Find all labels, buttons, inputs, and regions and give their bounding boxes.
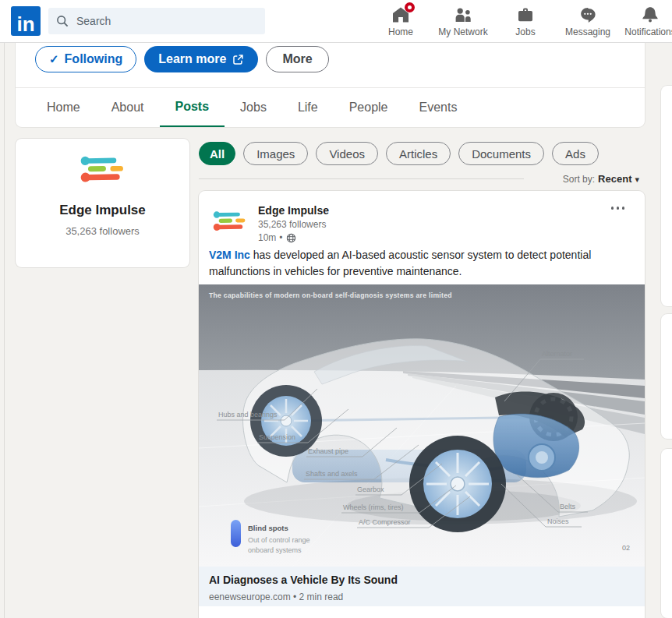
label-noises: Noises bbox=[547, 517, 569, 525]
post-author-name[interactable]: Edge Impulse bbox=[258, 204, 329, 217]
global-search[interactable] bbox=[48, 8, 265, 34]
following-label: Following bbox=[65, 52, 123, 66]
image-page-number: 02 bbox=[622, 544, 630, 552]
article-link-card[interactable]: AI Diagnoses a Vehicle By Its Sound eene… bbox=[199, 567, 645, 606]
label-gearbox: Gearbox bbox=[357, 486, 384, 493]
label-exhaust-pipe: Exhaust pipe bbox=[308, 447, 348, 455]
external-link-icon bbox=[232, 54, 244, 65]
linkedin-logo-text: in bbox=[16, 14, 34, 34]
nav-label: Jobs bbox=[515, 26, 535, 37]
nav-items: Home My Network Jobs bbox=[370, 0, 672, 42]
filter-videos[interactable]: Videos bbox=[316, 142, 378, 165]
sort-by-control[interactable]: Sort by: Recent ▾ bbox=[563, 173, 639, 185]
following-button[interactable]: ✓ Following bbox=[35, 46, 136, 72]
post-company-link[interactable]: V2M Inc bbox=[209, 249, 250, 261]
nav-label: My Network bbox=[438, 26, 487, 37]
nav-item-messaging[interactable]: Messaging bbox=[557, 0, 619, 42]
sort-by-value: Recent bbox=[598, 173, 631, 185]
image-caption: The capabilities of modern on-board self… bbox=[209, 291, 452, 299]
filter-articles[interactable]: Articles bbox=[386, 142, 451, 165]
post-timestamp: 10m • bbox=[258, 232, 329, 243]
sort-caret-icon: ▾ bbox=[635, 175, 639, 185]
post-author-followers: 35,263 followers bbox=[258, 219, 329, 230]
post-options-menu-icon[interactable] bbox=[607, 202, 630, 214]
right-rail-card-1 bbox=[661, 86, 672, 306]
tab-home[interactable]: Home bbox=[31, 88, 96, 127]
label-alternator: Alternator bbox=[542, 350, 572, 358]
label-belts: Belts bbox=[560, 503, 576, 510]
post-text-body: has developed an AI-based acoustic senso… bbox=[209, 249, 591, 277]
linkedin-company-page: in Home bbox=[0, 0, 672, 618]
edge-impulse-logo bbox=[78, 153, 128, 189]
filter-all[interactable]: All bbox=[199, 142, 235, 165]
filter-images[interactable]: Images bbox=[243, 142, 308, 165]
nav-item-notifications[interactable]: Notifications bbox=[619, 0, 672, 42]
article-meta: eenewseurope.com • 2 min read bbox=[209, 592, 635, 602]
feed-filter-pills: All Images Videos Articles Documents Ads bbox=[199, 142, 599, 165]
legend-capsule-icon bbox=[231, 520, 241, 547]
post-text: V2M Inc has developed an AI-based acoust… bbox=[209, 247, 636, 280]
post-header: Edge Impulse 35,263 followers 10m • bbox=[211, 203, 329, 243]
label-hubs-bearings: Hubs and bearings bbox=[218, 411, 278, 418]
nav-item-jobs[interactable]: Jobs bbox=[494, 0, 557, 42]
filter-ads[interactable]: Ads bbox=[552, 142, 599, 165]
nav-item-my-network[interactable]: My Network bbox=[432, 0, 494, 42]
top-navigation-bar: in Home bbox=[0, 0, 672, 43]
search-icon bbox=[56, 15, 69, 27]
search-input[interactable] bbox=[75, 14, 249, 28]
label-suspension: Suspension bbox=[259, 433, 295, 441]
nav-label: Messaging bbox=[565, 26, 610, 37]
tab-about[interactable]: About bbox=[96, 88, 160, 127]
my-network-icon bbox=[454, 5, 472, 24]
tab-posts[interactable]: Posts bbox=[160, 88, 225, 127]
company-followers: 35,263 followers bbox=[16, 225, 189, 237]
legend-line2: onboard systems bbox=[248, 546, 302, 554]
sort-divider-line bbox=[199, 178, 524, 179]
company-name: Edge Impulse bbox=[16, 203, 189, 218]
sort-by-label: Sort by: bbox=[563, 174, 595, 185]
tab-events[interactable]: Events bbox=[404, 88, 473, 127]
page-left-divider bbox=[4, 42, 5, 618]
company-header-card: ✓ Following Learn more More Home About P… bbox=[16, 42, 645, 127]
jobs-icon bbox=[516, 5, 535, 24]
legend-title: Blind spots bbox=[248, 524, 288, 532]
tab-people[interactable]: People bbox=[334, 88, 404, 127]
messaging-icon bbox=[578, 5, 597, 24]
nav-label: Notifications bbox=[624, 26, 672, 37]
learn-more-label: Learn more bbox=[158, 52, 226, 66]
more-label: More bbox=[282, 52, 312, 66]
right-rail-card-3 bbox=[661, 449, 672, 618]
label-shafts-axels: Shafts and axels bbox=[306, 470, 358, 478]
company-actions: ✓ Following Learn more More bbox=[35, 46, 329, 72]
filter-documents[interactable]: Documents bbox=[458, 142, 544, 165]
company-tabs: Home About Posts Jobs Life People Events bbox=[31, 88, 472, 127]
feed-post-card: Edge Impulse 35,263 followers 10m • V2M … bbox=[199, 191, 645, 618]
notification-badge bbox=[405, 2, 415, 12]
globe-visibility-icon bbox=[286, 233, 296, 243]
label-wheels: Wheels (rims, tires) bbox=[343, 503, 404, 511]
check-icon: ✓ bbox=[49, 52, 59, 66]
post-author-info: Edge Impulse 35,263 followers 10m • bbox=[258, 203, 329, 243]
tab-jobs[interactable]: Jobs bbox=[225, 88, 282, 127]
label-ac-compressor: A/C Compressor bbox=[359, 518, 411, 526]
post-image-car-diagnosis[interactable]: The capabilities of modern on-board self… bbox=[199, 284, 645, 567]
home-icon bbox=[391, 5, 410, 24]
more-button[interactable]: More bbox=[266, 46, 328, 72]
article-title: AI Diagnoses a Vehicle By Its Sound bbox=[209, 574, 635, 586]
right-rail-card-2 bbox=[661, 314, 672, 439]
sort-row: Sort by: Recent ▾ bbox=[199, 171, 639, 185]
post-time-value: 10m bbox=[258, 232, 276, 243]
nav-item-home[interactable]: Home bbox=[370, 0, 432, 42]
legend-line1: Out of control range bbox=[248, 536, 310, 544]
company-summary-card[interactable]: Edge Impulse 35,263 followers bbox=[16, 139, 189, 267]
learn-more-button[interactable]: Learn more bbox=[144, 46, 258, 72]
nav-label: Home bbox=[388, 26, 413, 37]
post-time-separator: • bbox=[279, 232, 282, 243]
notifications-bell-icon bbox=[641, 5, 660, 24]
post-author-avatar[interactable] bbox=[211, 203, 249, 241]
tab-life[interactable]: Life bbox=[282, 88, 334, 127]
linkedin-logo[interactable]: in bbox=[11, 6, 41, 36]
